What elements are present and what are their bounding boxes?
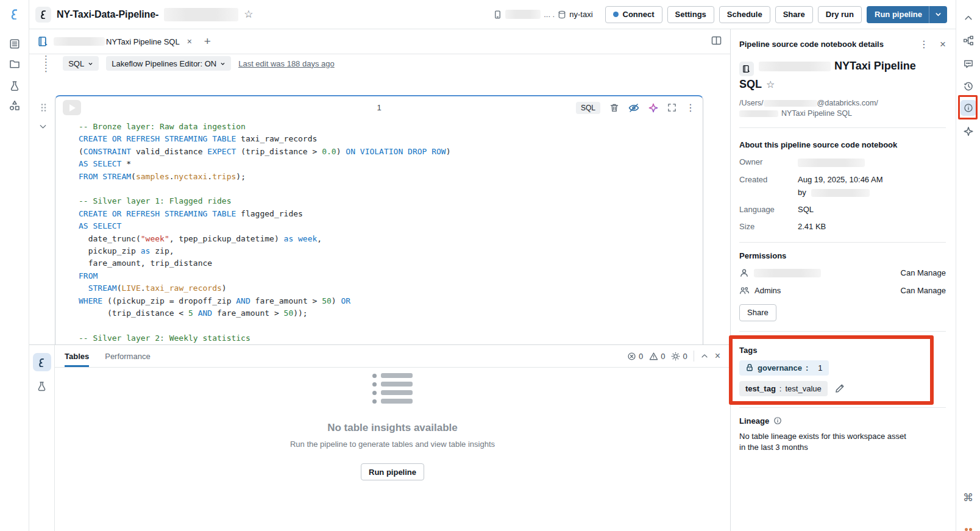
fullscreen-icon[interactable] [667,103,676,112]
owner-label: Owner [739,157,798,167]
created-label: Created [739,175,798,197]
size-value: 2.41 KB [798,222,946,231]
notebook-icon [38,36,49,47]
language-selector[interactable]: SQL [63,56,99,71]
suggestion-counter[interactable]: 0 [671,352,687,361]
code-cell: 1 SQL ⋮ -- Bronze layer: Raw data ingest… [55,95,703,344]
bottom-panel-rail [29,345,55,531]
permission-row: Admins Can Manage [739,286,946,296]
assistant-sparkle-icon[interactable] [963,126,973,137]
notebook-path: /Users/@databricks.com/ NYTaxi Pipeline … [739,98,946,119]
folder-icon[interactable] [9,59,20,69]
notebook-title-block: NYTaxi Pipeline SQL☆ [739,58,946,93]
delete-cell-trash-icon[interactable] [609,103,619,113]
close-panel-icon[interactable]: × [715,351,720,362]
context-ellipsis: ... . [544,10,555,19]
assistant-sparkle-icon[interactable] [648,103,658,113]
settings-button[interactable]: Settings [667,6,714,23]
details-close-icon[interactable]: × [940,39,946,49]
last-edit-link[interactable]: Last edit was 188 days ago [238,59,335,68]
hide-result-eye-off-icon[interactable] [628,103,639,113]
notebook-list-icon[interactable] [9,38,20,49]
share-permissions-button[interactable]: Share [739,304,776,321]
split-view-icon[interactable] [711,36,722,48]
dry-run-button[interactable]: Dry run [818,6,862,23]
top-header: NY-Taxi-Data-Pipeline- ☆ ... . ny-taxi C… [29,0,956,29]
language-value: SQL [798,205,946,214]
permission-level: Can Manage [901,286,946,295]
permission-row: Can Manage [739,268,946,278]
command-icon[interactable]: ⌘ [963,491,973,504]
collapse-chevron-up-icon[interactable] [963,13,973,23]
redacted-title-suffix [164,8,238,21]
error-counter[interactable]: 0 [627,352,643,361]
compute-context[interactable]: ... . ny-taxi [493,10,592,20]
chevron-down-icon [220,61,225,66]
table-list-illustration [372,373,413,404]
tab-performance[interactable]: Performance [105,345,150,367]
group-name: Admins [755,286,781,295]
notebook-toolbar: ⋮⋮ . SQL Lakeflow Pipelines Editor: ON L… [29,54,730,73]
lakeflow-editor-toggle[interactable]: Lakeflow Pipelines Editor: ON [106,56,231,71]
tag-governance[interactable]: governance: 1 [739,360,829,376]
connect-button[interactable]: Connect [605,6,662,23]
left-sidebar [0,0,29,531]
tab-nytaxi-pipeline-sql[interactable]: NYTaxi Pipeline SQL × [106,37,192,46]
warning-counter[interactable]: 0 [649,352,665,361]
lineage-nodes-icon[interactable] [963,35,973,46]
experiments-flask-icon[interactable] [37,381,47,391]
lineage-heading: Lineage [739,416,769,426]
toolbar-divider [694,351,694,362]
compute-icon [493,10,502,20]
tag-value: test_value [785,384,821,393]
favorite-star-icon[interactable]: ☆ [766,79,775,90]
toolbar-kebab-icon[interactable]: ⋮⋮ [41,54,51,73]
share-button[interactable]: Share [775,6,813,23]
schedule-button[interactable]: Schedule [719,6,770,23]
tab-tables[interactable]: Tables [65,345,89,367]
expand-panel-chevron-icon[interactable] [700,352,709,360]
details-kebab-icon[interactable]: ⋮ [919,40,929,49]
code-lines[interactable]: -- Bronze layer: Raw data ingestionCREAT… [55,119,703,344]
lineage-empty-text: No table lineage exists for this workspa… [739,431,909,453]
run-options-chevron-icon[interactable] [929,6,947,23]
favorite-star-icon[interactable]: ☆ [244,9,253,20]
edit-tags-pencil-icon[interactable] [835,383,845,393]
run-cell-button[interactable] [63,100,81,115]
bottom-panel: Tables Performance 0 0 0 [29,344,730,531]
experiments-flask-icon[interactable] [9,80,20,91]
pipelines-icon[interactable] [9,9,20,20]
created-value: Aug 19, 2025, 10:46 AM by [798,175,946,197]
redacted-title-prefix [759,62,831,71]
redacted-owner [798,159,865,167]
suggestion-bulb-icon [671,352,680,361]
cell-kebab-icon[interactable]: ⋮ [686,103,695,113]
cell-language-badge[interactable]: SQL [576,102,600,114]
warning-triangle-icon [649,352,658,361]
connect-status-dot [613,12,619,17]
bottom-panel-tabs: Tables Performance 0 0 0 [55,345,730,368]
new-tab-button[interactable]: + [204,35,211,48]
info-icon[interactable] [773,416,782,425]
about-heading: About this pipeline source code notebook [739,140,946,149]
tab-close-icon[interactable]: × [187,37,192,46]
comments-icon[interactable] [963,59,973,69]
editor-tab-bar: NYTaxi Pipeline SQL × + [29,29,730,54]
pipeline-panel-icon[interactable] [33,353,51,371]
lineage-heading-row: Lineage [739,416,946,426]
run-pipeline-button[interactable]: Run pipeline [867,6,947,23]
redacted-username [764,100,817,107]
run-pipeline-empty-button[interactable]: Run pipeline [361,463,424,480]
user-icon [739,268,749,278]
shapes-dag-icon[interactable] [9,100,20,111]
cell-drag-handle[interactable] [40,103,47,112]
cell-collapse-chevron-icon[interactable] [38,122,48,131]
database-name: ny-taxi [569,10,592,19]
version-history-icon[interactable] [963,81,973,91]
tag-test-tag[interactable]: test_tag:test_value [739,381,828,396]
cell-number: 1 [377,103,381,112]
error-circle-icon [627,352,636,361]
bottom-panel-main: Tables Performance 0 0 0 [55,345,730,531]
database-icon [558,10,566,19]
details-info-icon[interactable] [960,100,976,116]
